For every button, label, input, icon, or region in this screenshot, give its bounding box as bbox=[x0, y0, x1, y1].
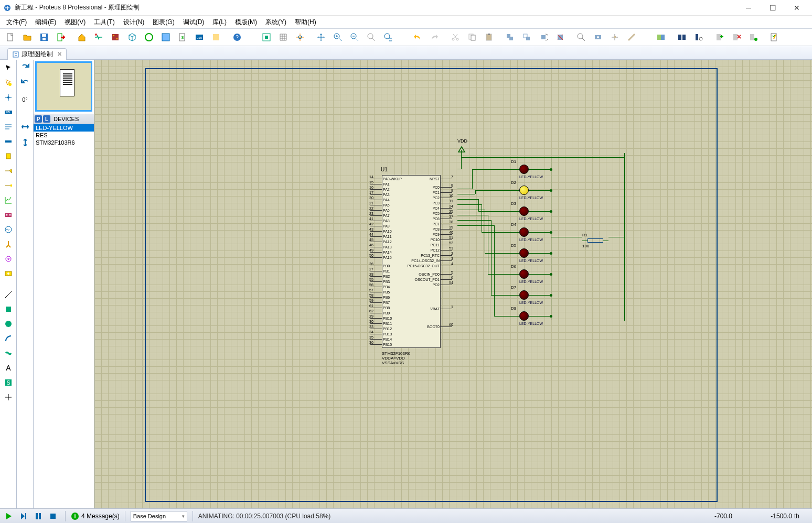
copy-icon[interactable] bbox=[464, 30, 480, 45]
paste-icon[interactable] bbox=[481, 30, 497, 45]
circle-2d-icon[interactable] bbox=[2, 318, 15, 330]
pick-l-button[interactable]: L bbox=[43, 115, 50, 123]
compile-icon[interactable] bbox=[745, 30, 761, 45]
symbol-2d-icon[interactable]: S bbox=[2, 376, 15, 389]
3d-icon[interactable] bbox=[124, 30, 140, 45]
search-parts-icon[interactable] bbox=[691, 30, 707, 45]
menu-tool[interactable]: 工具(T) bbox=[90, 17, 119, 28]
component-mode-icon[interactable] bbox=[2, 77, 15, 89]
pick-p-button[interactable]: P bbox=[35, 115, 42, 123]
menu-sys[interactable]: 系统(Y) bbox=[261, 17, 291, 28]
erc-icon[interactable] bbox=[766, 30, 782, 45]
text-script-icon[interactable] bbox=[2, 121, 15, 133]
device-list[interactable]: LED-YELLOW RES STM32F103R6 bbox=[34, 124, 94, 508]
terminal-icon[interactable] bbox=[2, 165, 15, 177]
devicepin-icon[interactable] bbox=[2, 179, 15, 192]
pause-button[interactable] bbox=[31, 510, 45, 522]
gerber-icon[interactable] bbox=[141, 30, 157, 45]
redraw-icon[interactable] bbox=[259, 30, 274, 45]
subcircuit-icon[interactable] bbox=[2, 150, 15, 162]
selection-mode-icon[interactable] bbox=[2, 62, 15, 74]
close-button[interactable]: ✕ bbox=[785, 0, 809, 16]
led-D5[interactable]: D5LED-YELLOW bbox=[519, 248, 543, 263]
menu-design[interactable]: 设计(N) bbox=[119, 17, 149, 28]
bom-icon[interactable]: $ bbox=[175, 30, 190, 45]
block-delete-icon[interactable] bbox=[552, 30, 568, 45]
voltage-probe-icon[interactable] bbox=[2, 238, 15, 250]
mirror-h-icon[interactable] bbox=[18, 121, 32, 133]
home-icon[interactable] bbox=[74, 30, 90, 45]
device-item[interactable]: LED-YELLOW bbox=[34, 124, 94, 132]
vdd-terminal[interactable] bbox=[457, 146, 466, 158]
led-D4[interactable]: D4LED-YELLOW bbox=[519, 227, 543, 242]
preview-window[interactable] bbox=[35, 61, 92, 112]
box-2d-icon[interactable] bbox=[2, 303, 15, 315]
cut-icon[interactable] bbox=[447, 30, 463, 45]
led-D3[interactable]: D3LED-YELLOW bbox=[519, 206, 543, 221]
design-selector[interactable]: Base Design ▾ bbox=[131, 511, 187, 521]
wire-tool-icon[interactable] bbox=[624, 30, 639, 45]
pick-icon[interactable] bbox=[573, 30, 589, 45]
toggle-excl-icon[interactable] bbox=[653, 30, 669, 45]
graph-mode-icon[interactable] bbox=[2, 194, 15, 206]
text-2d-icon[interactable]: A bbox=[2, 362, 15, 374]
led-D8[interactable]: D8LED-YELLOW bbox=[519, 311, 543, 325]
minimize-button[interactable]: ─ bbox=[736, 0, 761, 16]
arc-2d-icon[interactable] bbox=[2, 332, 15, 345]
decompose-icon[interactable] bbox=[607, 30, 623, 45]
block-move-icon[interactable] bbox=[519, 30, 535, 45]
open-folder-icon[interactable] bbox=[19, 30, 35, 45]
label-mode-icon[interactable]: LBL bbox=[2, 106, 15, 118]
zoom-in-icon[interactable] bbox=[330, 30, 346, 45]
current-probe-icon[interactable] bbox=[2, 253, 15, 265]
resistor-r1[interactable]: R1 100 bbox=[582, 233, 608, 248]
zoom-area-icon[interactable] bbox=[380, 30, 396, 45]
menu-chart[interactable]: 图表(G) bbox=[148, 17, 178, 28]
instruments-icon[interactable] bbox=[2, 267, 15, 280]
exit-icon[interactable] bbox=[53, 30, 69, 45]
zoom-out-icon[interactable] bbox=[347, 30, 362, 45]
device-item[interactable]: STM32F103R6 bbox=[34, 139, 94, 146]
source-icon[interactable]: 010 bbox=[191, 30, 207, 45]
stop-button[interactable] bbox=[46, 510, 60, 522]
led-D6[interactable]: D6LED-YELLOW bbox=[519, 269, 543, 284]
menu-edit[interactable]: 编辑(E) bbox=[31, 17, 60, 28]
undo-icon[interactable] bbox=[410, 30, 425, 45]
rotate-ccw-icon[interactable] bbox=[18, 78, 32, 90]
led-D2[interactable]: D2LED-YELLOW bbox=[519, 186, 543, 200]
origin-icon[interactable] bbox=[292, 30, 308, 45]
help-icon[interactable]: ? bbox=[229, 30, 245, 45]
pcb-icon[interactable] bbox=[108, 30, 123, 45]
schematic-icon[interactable] bbox=[91, 30, 106, 45]
block-copy-icon[interactable] bbox=[502, 30, 518, 45]
menu-debug[interactable]: 调试(D) bbox=[179, 17, 209, 28]
menu-lib[interactable]: 库(L) bbox=[208, 17, 231, 28]
zoom-all-icon[interactable] bbox=[364, 30, 379, 45]
tab-schematic[interactable]: 原理图绘制 ✕ bbox=[7, 48, 67, 60]
redo-icon[interactable] bbox=[426, 30, 442, 45]
led-D1[interactable]: D1LED-YELLOW bbox=[519, 165, 543, 179]
design-explorer-icon[interactable] bbox=[158, 30, 174, 45]
step-button[interactable] bbox=[17, 510, 30, 522]
schematic-canvas[interactable]: VDD U1 STM32F103R6 VDDA=VDD VSSA=VSS 14P… bbox=[94, 60, 812, 508]
new-file-icon[interactable] bbox=[3, 30, 18, 45]
mirror-v-icon[interactable] bbox=[18, 136, 32, 149]
menu-view[interactable]: 视图(V) bbox=[60, 17, 90, 28]
newpart-icon[interactable] bbox=[712, 30, 728, 45]
play-button[interactable] bbox=[2, 510, 16, 522]
vsm-icon[interactable] bbox=[208, 30, 224, 45]
autoplace-icon[interactable] bbox=[674, 30, 690, 45]
package-icon[interactable] bbox=[590, 30, 606, 45]
line-2d-icon[interactable] bbox=[2, 288, 15, 301]
marker-icon[interactable] bbox=[2, 391, 15, 404]
device-item[interactable]: RES bbox=[34, 132, 94, 139]
maximize-button[interactable]: ☐ bbox=[761, 0, 785, 16]
led-D7[interactable]: D7LED-YELLOW bbox=[519, 290, 543, 304]
rotate-cw-icon[interactable] bbox=[18, 62, 32, 74]
rotation-angle[interactable]: 0° bbox=[18, 93, 32, 106]
delpart-icon[interactable] bbox=[729, 30, 744, 45]
bus-mode-icon[interactable] bbox=[2, 135, 15, 148]
path-2d-icon[interactable] bbox=[2, 347, 15, 359]
menu-tpl[interactable]: 模版(M) bbox=[231, 17, 261, 28]
generator-icon[interactable] bbox=[2, 223, 15, 236]
